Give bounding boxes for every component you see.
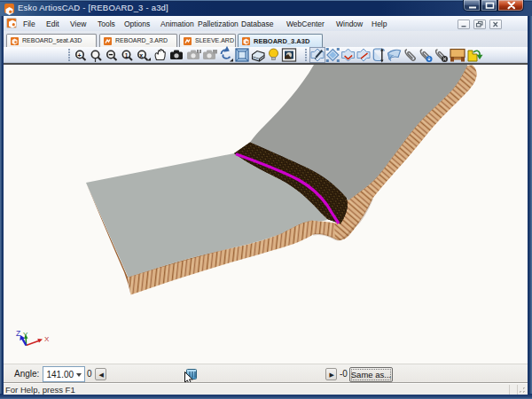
- svg-text:x: x: [139, 52, 143, 59]
- svg-text:1: 1: [125, 52, 129, 59]
- svg-text:+: +: [78, 52, 82, 59]
- svg-text:Z: Z: [16, 329, 20, 338]
- svg-text:X: X: [44, 335, 50, 343]
- svg-text:Y: Y: [23, 331, 28, 339]
